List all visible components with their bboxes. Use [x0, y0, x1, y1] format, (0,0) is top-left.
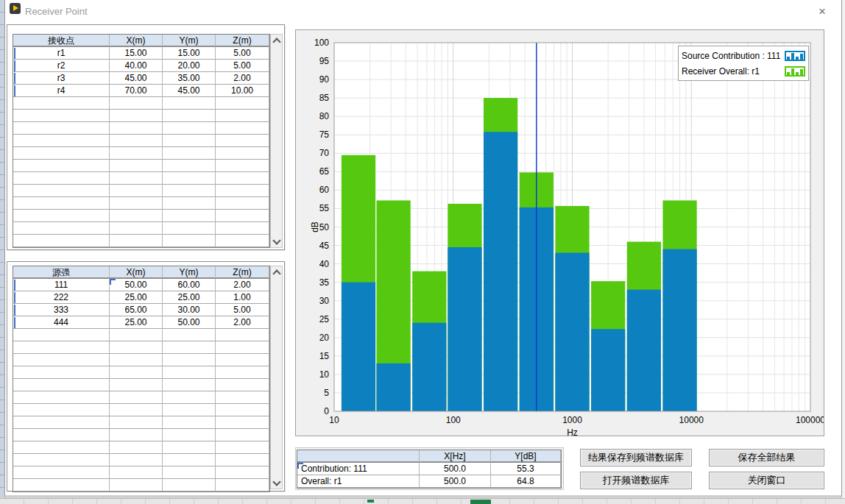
- table-cell[interactable]: 1.00: [216, 291, 269, 304]
- table-cell[interactable]: Overall: r1: [297, 475, 420, 488]
- column-header: Y[dB]: [491, 450, 561, 463]
- table-cell[interactable]: 70.00: [110, 85, 163, 97]
- table-cell[interactable]: Contribution: 111: [297, 463, 420, 475]
- table-cell[interactable]: 65.00: [110, 304, 163, 316]
- x-axis-title: Hz: [567, 427, 578, 436]
- titlebar: Receiver Point ×: [5, 0, 841, 24]
- close-window-button[interactable]: 关闭窗口: [709, 472, 824, 489]
- column-header: Z(m): [216, 35, 269, 47]
- empty-table-row: [13, 391, 269, 404]
- table-cell[interactable]: 35.00: [163, 72, 216, 85]
- table-cell[interactable]: 5.00: [216, 60, 269, 72]
- xy-bar-graph[interactable]: 0510152025303540455055606570758085909510…: [296, 30, 824, 436]
- receiver-table-scrollbar[interactable]: [270, 34, 283, 248]
- table-cell[interactable]: 25.00: [110, 291, 163, 304]
- x-tick-label: 1000: [562, 415, 582, 425]
- table-cell[interactable]: r2: [13, 60, 110, 72]
- empty-cell: [163, 147, 216, 160]
- background-artifact: [367, 500, 374, 503]
- column-header: X(m): [110, 266, 163, 279]
- table-cell[interactable]: 25.00: [163, 291, 216, 304]
- table-cell[interactable]: 2.00: [216, 279, 269, 291]
- legend-label: Receiver Overall: r1: [682, 66, 785, 77]
- table-cell[interactable]: 222: [13, 291, 110, 304]
- empty-cell: [13, 341, 110, 354]
- empty-table-row: [13, 479, 269, 491]
- scroll-down-icon[interactable]: [271, 235, 282, 247]
- save-all-results-button[interactable]: 保存全部结果: [709, 449, 824, 466]
- empty-cell: [110, 441, 163, 454]
- empty-cell: [13, 429, 110, 441]
- empty-table-row: [13, 379, 269, 391]
- table-cell[interactable]: 20.00: [163, 60, 216, 72]
- close-icon[interactable]: ×: [811, 3, 833, 21]
- y-tick-label: 60: [319, 185, 330, 195]
- table-cell[interactable]: r3: [13, 72, 110, 85]
- empty-cell: [163, 97, 216, 110]
- table-cell[interactable]: 111: [13, 279, 110, 291]
- table-cell[interactable]: 5.00: [216, 47, 269, 60]
- table-cell[interactable]: 30.00: [163, 304, 216, 316]
- empty-table-row: [13, 354, 269, 366]
- table-cell[interactable]: 2.00: [216, 72, 269, 85]
- table-cell[interactable]: 50.00: [110, 279, 163, 291]
- empty-table-row: [13, 429, 269, 441]
- empty-cell: [110, 222, 163, 235]
- y-tick-label: 95: [319, 56, 330, 66]
- scroll-up-icon[interactable]: [271, 266, 282, 278]
- empty-cell: [163, 210, 216, 222]
- empty-cell: [13, 441, 110, 454]
- table-cell[interactable]: 15.00: [163, 47, 216, 60]
- empty-cell: [13, 185, 110, 197]
- table-cell[interactable]: 444: [13, 316, 110, 329]
- contribution-bar: [342, 283, 375, 411]
- x-tick-label: 10000: [679, 415, 704, 425]
- desktop: Receiver Point × 接收点X(m)Y(m)Z(m)r115.001…: [0, 0, 845, 504]
- empty-cell: [13, 122, 110, 135]
- empty-table-row: [13, 172, 269, 185]
- table-cell[interactable]: 40.00: [110, 60, 163, 72]
- row-selection-marker: [14, 60, 15, 71]
- scroll-down-icon[interactable]: [271, 477, 282, 489]
- table-cell[interactable]: 500.0: [420, 475, 491, 488]
- empty-table-row: [13, 97, 269, 110]
- empty-cell: [110, 391, 163, 404]
- empty-cell: [216, 185, 269, 197]
- table-cell[interactable]: 50.00: [163, 316, 216, 329]
- table-row: Contribution: 111500.055.3: [297, 463, 561, 475]
- empty-cell: [163, 197, 216, 210]
- source-table-scrollbar[interactable]: [270, 266, 283, 489]
- empty-cell: [13, 135, 110, 147]
- table-cell[interactable]: 5.00: [216, 304, 269, 316]
- empty-cell: [110, 379, 163, 391]
- y-tick-label: 15: [319, 351, 330, 361]
- table-cell[interactable]: 64.8: [491, 475, 561, 488]
- table-cell[interactable]: 25.00: [110, 316, 163, 329]
- table-cell[interactable]: 45.00: [110, 72, 163, 85]
- empty-cell: [110, 210, 163, 222]
- table-cell[interactable]: 333: [13, 304, 110, 316]
- empty-cell: [216, 172, 269, 185]
- open-spectrum-db-button[interactable]: 打开频谱数据库: [580, 472, 692, 489]
- table-cell[interactable]: 2.00: [216, 316, 269, 329]
- save-to-spectrum-db-button[interactable]: 结果保存到频谱数据库: [580, 449, 692, 466]
- empty-cell: [110, 97, 163, 110]
- table-cell[interactable]: 60.00: [163, 279, 216, 291]
- x-tick-label: 10: [329, 415, 339, 425]
- scroll-up-icon[interactable]: [271, 35, 282, 46]
- empty-cell: [110, 135, 163, 147]
- y-tick-label: 65: [319, 166, 330, 177]
- table-row: 22225.0025.001.00: [13, 291, 269, 304]
- table-cell[interactable]: 500.0: [420, 463, 491, 475]
- empty-cell: [110, 354, 163, 366]
- row-selection-marker: [14, 317, 15, 328]
- row-selection-marker: [14, 292, 15, 303]
- table-cell[interactable]: 45.00: [163, 85, 216, 97]
- y-tick-label: 35: [319, 277, 330, 288]
- table-cell[interactable]: 55.3: [491, 463, 561, 475]
- table-cell[interactable]: r4: [13, 85, 110, 97]
- table-cell[interactable]: 10.00: [216, 85, 269, 97]
- table-cell[interactable]: 15.00: [110, 47, 163, 60]
- y-tick-label: 20: [319, 333, 330, 343]
- table-cell[interactable]: r1: [13, 47, 110, 60]
